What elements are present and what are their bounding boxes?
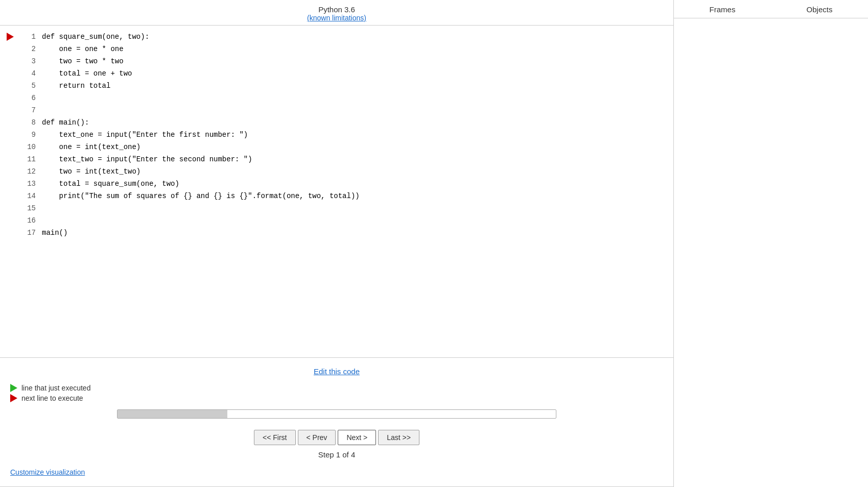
line-number: 6 bbox=[20, 94, 42, 102]
line-number: 1 bbox=[20, 33, 42, 41]
arrow-col bbox=[0, 33, 20, 41]
line-code-text: two = int(text_two) bbox=[42, 167, 673, 176]
code-line: 8def main(): bbox=[0, 116, 673, 129]
legend-area: line that just executed next line to exe… bbox=[0, 381, 673, 405]
code-line: 11 text_two = input("Enter the second nu… bbox=[0, 153, 673, 165]
code-line: 2 one = one * one bbox=[0, 43, 673, 55]
green-arrow-icon bbox=[10, 384, 17, 392]
code-line: 16 bbox=[0, 214, 673, 227]
right-panel-header: Frames Objects bbox=[674, 0, 868, 18]
code-line: 5 return total bbox=[0, 80, 673, 92]
line-number: 10 bbox=[20, 143, 42, 151]
red-legend-item: next line to execute bbox=[10, 394, 663, 402]
line-code-text: return total bbox=[42, 82, 673, 90]
line-number: 3 bbox=[20, 57, 42, 65]
python-version-title: Python 3.6 bbox=[0, 5, 673, 14]
code-line: 13 total = square_sum(one, two) bbox=[0, 178, 673, 190]
current-line-arrow-icon bbox=[7, 33, 14, 41]
next-button[interactable]: Next > bbox=[338, 430, 376, 445]
line-number: 16 bbox=[20, 216, 42, 225]
main-panel: Python 3.6 (known limitations) 1def squa… bbox=[0, 0, 674, 487]
customize-visualization-link[interactable]: Customize visualization bbox=[10, 468, 85, 476]
line-number: 9 bbox=[20, 131, 42, 139]
line-code-text: one = one * one bbox=[42, 45, 673, 53]
progress-bar-outer bbox=[117, 409, 556, 419]
line-number: 8 bbox=[20, 118, 42, 127]
line-code-text: one = int(text_one) bbox=[42, 143, 673, 151]
navigation-buttons: << First < Prev Next > Last >> bbox=[0, 423, 673, 447]
line-number: 15 bbox=[20, 204, 42, 212]
line-number: 2 bbox=[20, 45, 42, 53]
python-header: Python 3.6 (known limitations) bbox=[0, 0, 673, 26]
known-limitations-link[interactable]: (known limitations) bbox=[307, 14, 366, 22]
line-code-text: total = one + two bbox=[42, 69, 673, 78]
code-line: 17main() bbox=[0, 227, 673, 239]
line-code-text: main() bbox=[42, 229, 673, 237]
line-code-text: total = square_sum(one, two) bbox=[42, 180, 673, 188]
line-code-text: text_one = input("Enter the first number… bbox=[42, 131, 673, 139]
line-code-text: two = two * two bbox=[42, 57, 673, 65]
progress-bar-inner bbox=[118, 410, 227, 418]
right-panel: Frames Objects bbox=[674, 0, 868, 487]
code-line: 6 bbox=[0, 92, 673, 104]
line-number: 7 bbox=[20, 106, 42, 114]
line-number: 4 bbox=[20, 69, 42, 78]
progress-bar-area bbox=[0, 405, 673, 423]
green-legend-item: line that just executed bbox=[10, 384, 663, 392]
code-line: 7 bbox=[0, 104, 673, 116]
code-line: 14 print("The sum of squares of {} and {… bbox=[0, 190, 673, 202]
line-number: 11 bbox=[20, 155, 42, 163]
prev-button[interactable]: < Prev bbox=[298, 430, 336, 445]
red-arrow-icon bbox=[10, 394, 17, 402]
objects-label: Objects bbox=[771, 5, 868, 14]
line-number: 13 bbox=[20, 180, 42, 188]
code-line: 10 one = int(text_one) bbox=[0, 141, 673, 153]
code-line: 9 text_one = input("Enter the first numb… bbox=[0, 129, 673, 141]
first-button[interactable]: << First bbox=[254, 430, 295, 445]
edit-link-area: Edit this code bbox=[0, 358, 673, 381]
line-code-text: def main(): bbox=[42, 118, 673, 127]
code-line: 15 bbox=[0, 202, 673, 214]
edit-this-code-link[interactable]: Edit this code bbox=[314, 367, 360, 376]
code-area: 1def square_sum(one, two):2 one = one * … bbox=[0, 26, 673, 358]
line-number: 5 bbox=[20, 82, 42, 90]
last-button[interactable]: Last >> bbox=[378, 430, 419, 445]
line-number: 12 bbox=[20, 167, 42, 176]
customize-link-area: Customize visualization bbox=[0, 464, 673, 486]
line-number: 17 bbox=[20, 229, 42, 237]
step-label: Step 1 of 4 bbox=[0, 447, 673, 464]
code-line: 12 two = int(text_two) bbox=[0, 165, 673, 178]
line-number: 14 bbox=[20, 192, 42, 200]
line-code-text: text_two = input("Enter the second numbe… bbox=[42, 155, 673, 163]
code-line: 3 two = two * two bbox=[0, 55, 673, 67]
frames-label: Frames bbox=[674, 5, 771, 14]
code-line: 1def square_sum(one, two): bbox=[0, 31, 673, 43]
code-line: 4 total = one + two bbox=[0, 67, 673, 80]
green-legend-label: line that just executed bbox=[21, 384, 90, 392]
line-code-text: print("The sum of squares of {} and {} i… bbox=[42, 192, 673, 200]
line-code-text: def square_sum(one, two): bbox=[42, 33, 673, 41]
red-legend-label: next line to execute bbox=[21, 394, 83, 402]
